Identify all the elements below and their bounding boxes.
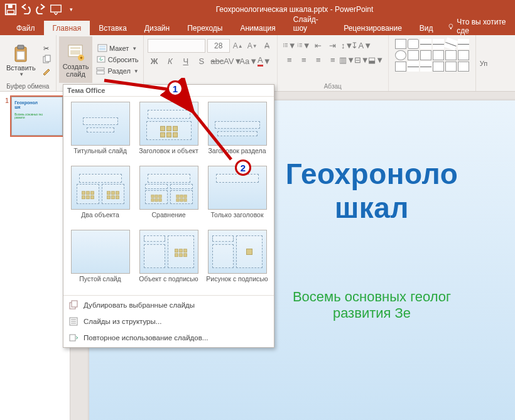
scissors-icon: ✂ — [41, 43, 52, 53]
tab-view[interactable]: Вид — [411, 21, 442, 35]
tab-transitions[interactable]: Переходы — [178, 21, 231, 35]
undo-button[interactable] — [19, 3, 33, 16]
group-drawing — [389, 35, 476, 91]
text-direction-icon: ↧A — [351, 41, 364, 50]
paste-button[interactable]: Вставить ▼ — [3, 36, 40, 83]
layout-blank[interactable]: Пустой слайд — [67, 229, 133, 291]
quick-access-toolbar: ▾ — [4, 3, 78, 16]
layout-label: Два объекта — [81, 211, 119, 226]
tab-review[interactable]: Рецензирование — [335, 21, 411, 35]
align-center-button[interactable]: ≡ — [297, 53, 311, 66]
layout-label: Заголовок и объект — [139, 147, 198, 162]
shadow-button[interactable]: S — [195, 55, 209, 67]
reset-button[interactable]: Сбросить — [94, 54, 140, 65]
group-paragraph: ▼ 123▼ ⇤ ⇥ ↕▼ ↧A▼ ≡ ≡ ≡ ≡ ▥▼ ⊟▼ ⬓▼ Абзац — [278, 35, 389, 91]
layout-title-slide[interactable]: Титульный слайд — [67, 100, 133, 163]
font-family-combo[interactable] — [148, 39, 205, 53]
align-text-button[interactable]: ⊟▼ — [355, 53, 369, 66]
copy-button[interactable] — [40, 54, 53, 65]
decrease-indent-button[interactable]: ⇤ — [312, 39, 325, 51]
section-button[interactable]: Раздел▼ — [94, 65, 140, 77]
layout-label: Сравнение — [152, 211, 186, 226]
redo-button[interactable] — [34, 3, 48, 16]
layout-button[interactable]: Макет▼ — [94, 43, 140, 54]
grow-font-button[interactable]: A▲ — [232, 40, 244, 52]
reset-label: Сбросить — [108, 56, 139, 63]
shapes-gallery[interactable] — [395, 39, 469, 72]
save-button[interactable] — [4, 3, 18, 16]
format-painter-button[interactable] — [40, 65, 53, 77]
tell-me-search[interactable]: Что вы хотите сде — [442, 18, 515, 35]
group-clipboard: Вставить ▼ ✂ Буфер обмена — [0, 35, 57, 91]
tab-insert[interactable]: Вставка — [90, 21, 136, 35]
align-left-button[interactable]: ≡ — [283, 53, 296, 66]
layout-comparison[interactable]: Сравнение — [136, 164, 202, 227]
annotation-marker-2: 2 — [235, 159, 251, 176]
font-color-button[interactable]: A▼ — [258, 55, 271, 67]
bullets-button[interactable]: ▼ — [283, 39, 296, 51]
clear-format-button[interactable]: A̶ — [261, 40, 273, 52]
slides-from-outline-menuitem[interactable]: Слайды из структуры... — [63, 313, 274, 330]
shrink-font-button[interactable]: A▼ — [246, 40, 259, 52]
svg-rect-7 — [18, 45, 24, 49]
svg-rect-39 — [71, 323, 76, 324]
duplicate-slides-menuitem[interactable]: Дублировать выбранные слайды — [63, 297, 274, 313]
clipboard-icon — [11, 44, 31, 64]
svg-rect-29 — [299, 43, 302, 44]
layout-icon — [97, 43, 107, 53]
font-size-combo[interactable]: 28 — [207, 39, 230, 53]
case-button[interactable]: Aa▼ — [242, 55, 256, 67]
spacing-button[interactable]: AV▼ — [226, 55, 240, 67]
duplicate-icon — [68, 300, 79, 310]
reuse-slides-menuitem[interactable]: Повторное использование слайдов... — [63, 330, 274, 346]
svg-point-24 — [283, 45, 284, 45]
bold-button[interactable]: Ж — [148, 55, 161, 67]
layout-section-header[interactable]: Заголовок раздела — [204, 100, 270, 163]
eraser-icon: A̶ — [264, 41, 269, 50]
svg-rect-21 — [97, 71, 104, 74]
increase-indent-button[interactable]: ⇥ — [326, 39, 340, 51]
svg-rect-27 — [285, 46, 288, 47]
qat-customize-button[interactable]: ▾ — [64, 3, 78, 16]
new-slide-button[interactable]: ✦ Создать слайд — [59, 36, 93, 83]
layout-picture-caption[interactable]: Рисунок с подписью — [204, 229, 270, 291]
ribbon: Вставить ▼ ✂ Буфер обмена ✦ Создать слай… — [0, 35, 515, 92]
cut-button[interactable]: ✂ — [40, 43, 53, 54]
slide-thumbnails-panel: 1 Геохронол шк Восемь основных гео разви… — [0, 92, 70, 420]
ribbon-tabs: Файл Главная Вставка Дизайн Переходы Ани… — [0, 19, 515, 35]
layout-title-only[interactable]: Только заголовок — [204, 164, 270, 227]
layout-title-and-content[interactable]: Заголовок и объект — [136, 100, 202, 163]
tab-home[interactable]: Главная — [44, 21, 90, 35]
new-slide-icon: ✦ — [66, 43, 86, 63]
start-slideshow-button[interactable] — [49, 3, 63, 16]
layout-label: Пустой слайд — [79, 275, 121, 290]
section-label: Раздел — [107, 67, 130, 75]
brush-icon — [41, 66, 52, 76]
layout-label: Объект с подписью — [139, 275, 198, 290]
thumb-preview: Геохронол шк Восемь основных гео развити — [11, 97, 63, 136]
reset-icon — [96, 55, 106, 65]
slide-thumbnail-1[interactable]: 1 Геохронол шк Восемь основных гео разви… — [5, 97, 66, 136]
underline-button[interactable]: Ч — [179, 55, 193, 67]
italic-button[interactable]: К — [163, 55, 177, 67]
svg-rect-13 — [70, 50, 80, 55]
tab-design[interactable]: Дизайн — [136, 21, 178, 35]
group-font: 28 A▲ A▼ A̶ Ж К Ч S abc AV▼ Aa▼ A▼ — [144, 35, 278, 91]
text-direction-button[interactable]: ↧A▼ — [355, 39, 369, 51]
layout-content-caption[interactable]: Объект с подписью — [136, 229, 202, 291]
smartart-button[interactable]: ⬓▼ — [369, 53, 383, 66]
strike-button[interactable]: abc — [210, 55, 224, 67]
layout-label: Заголовок раздела — [208, 147, 266, 162]
svg-rect-20 — [97, 68, 104, 70]
chevron-down-icon: ▼ — [19, 72, 24, 77]
tell-me-label: Что вы хотите сде — [457, 18, 510, 35]
tab-slideshow[interactable]: Слайд-шоу — [285, 12, 335, 35]
columns-button[interactable]: ▥▼ — [340, 53, 354, 66]
justify-button[interactable]: ≡ — [326, 53, 340, 66]
tab-animations[interactable]: Анимация — [231, 21, 284, 35]
layout-label: Только заголовок — [210, 211, 263, 226]
layout-two-content[interactable]: Два объекта — [67, 164, 133, 227]
numbering-button[interactable]: 123▼ — [297, 39, 311, 51]
align-right-button[interactable]: ≡ — [312, 53, 325, 66]
tab-file[interactable]: Файл — [8, 21, 44, 35]
